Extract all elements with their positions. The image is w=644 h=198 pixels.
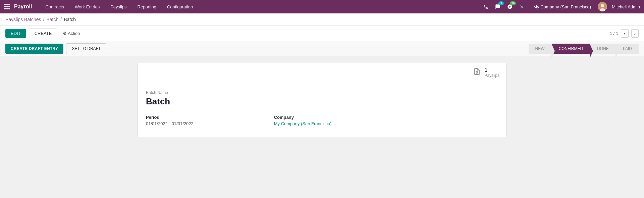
batch-name-value: Batch [146, 96, 498, 107]
user-name: Mitchell Admin [612, 4, 640, 9]
breadcrumb-mid[interactable]: Batch [47, 17, 59, 22]
breadcrumb-sep1: / [43, 17, 45, 22]
status-step-confirmed[interactable]: CONFIRMED [552, 44, 590, 54]
period-end: 01/31/2022 [172, 121, 194, 126]
svg-rect-0 [4, 4, 6, 5]
svg-rect-8 [8, 8, 10, 9]
batch-name-label: Batch Name [146, 90, 498, 95]
grid-icon[interactable] [4, 3, 10, 10]
payslip-count[interactable]: 1 Payslips [473, 67, 499, 78]
breadcrumb-sep2: / [60, 17, 62, 22]
period-start: 01/01/2022 [146, 121, 168, 126]
company-label: Company [274, 115, 332, 120]
set-to-draft-button[interactable]: SET TO DRAFT [66, 43, 106, 54]
svg-rect-7 [6, 8, 8, 9]
form-card-header: 1 Payslips [138, 63, 506, 82]
status-step-paid[interactable]: PAID [616, 44, 639, 54]
close-icon[interactable] [517, 2, 527, 11]
phone-icon[interactable] [481, 2, 490, 11]
company-value[interactable]: My Company (San Francisco) [274, 121, 332, 126]
nav-reporting[interactable]: Reporting [132, 0, 162, 13]
svg-rect-2 [8, 4, 10, 5]
period-field-group: Period 01/01/2022 - 01/31/2022 [146, 115, 194, 126]
svg-rect-3 [4, 6, 6, 7]
top-navigation: Payroll Contracts Work Entries Payslips … [0, 0, 644, 13]
breadcrumb-current: Batch [64, 17, 76, 22]
status-step-done[interactable]: DONE [590, 44, 615, 54]
svg-rect-4 [6, 6, 8, 7]
status-steps: NEW CONFIRMED DONE PAID [529, 44, 639, 54]
nav-configuration[interactable]: Configuration [162, 0, 198, 13]
pagination-text: 1 / 1 [610, 31, 618, 36]
next-page-button[interactable]: › [631, 29, 639, 38]
period-separator: - [168, 121, 172, 126]
svg-point-10 [601, 4, 604, 7]
nav-work-entries[interactable]: Work Entries [69, 0, 105, 13]
form-card: 1 Payslips Batch Name Batch Period 01/01… [138, 63, 506, 137]
main-content: 1 Payslips Batch Name Batch Period 01/01… [0, 56, 644, 144]
svg-rect-6 [4, 8, 6, 9]
company-field-group: Company My Company (San Francisco) [274, 115, 332, 126]
avatar [598, 2, 607, 11]
period-label: Period [146, 115, 194, 120]
svg-rect-5 [8, 6, 10, 7]
company-name: My Company (San Francisco) [533, 4, 591, 9]
right-icons: 9 39 My Company (San Francisco) Mitchell… [481, 2, 640, 11]
svg-rect-1 [6, 4, 8, 5]
status-bar: CREATE DRAFT ENTRY SET TO DRAFT NEW CONF… [0, 41, 644, 56]
payslip-count-number: 1 [484, 67, 499, 73]
period-value: 01/01/2022 - 01/31/2022 [146, 121, 194, 126]
action-bar: EDIT CREATE ⚙ Action 1 / 1 ‹ › [0, 26, 644, 41]
form-fields-row: Period 01/01/2022 - 01/31/2022 Company M… [146, 115, 498, 126]
activity-badge: 39 [510, 1, 516, 5]
chat-icon[interactable]: 9 [493, 2, 502, 11]
status-step-new[interactable]: NEW [529, 44, 551, 54]
app-brand: Payroll [14, 4, 32, 10]
breadcrumb: Payslips Batches / Batch / Batch [0, 13, 644, 26]
activity-icon[interactable]: 39 [505, 2, 515, 11]
create-button[interactable]: CREATE [29, 29, 58, 38]
chat-badge: 9 [498, 1, 504, 5]
create-draft-entry-button[interactable]: CREATE DRAFT ENTRY [5, 44, 63, 54]
pagination: 1 / 1 ‹ › [610, 29, 639, 38]
payslips-label: Payslips [484, 73, 499, 78]
nav-contracts[interactable]: Contracts [40, 0, 69, 13]
payslip-icon [473, 67, 481, 78]
nav-payslips[interactable]: Payslips [105, 0, 132, 13]
edit-button[interactable]: EDIT [5, 29, 26, 38]
breadcrumb-root[interactable]: Payslips Batches [5, 17, 41, 22]
action-button[interactable]: ⚙ Action [63, 31, 80, 36]
form-card-body: Batch Name Batch Period 01/01/2022 - 01/… [138, 82, 506, 137]
prev-page-button[interactable]: ‹ [621, 29, 628, 38]
nav-items: Contracts Work Entries Payslips Reportin… [40, 0, 481, 13]
